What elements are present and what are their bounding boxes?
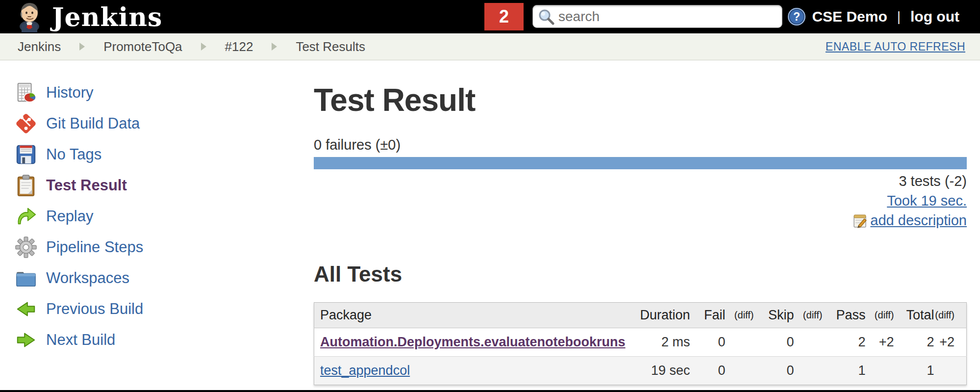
top-bar: Jenkins 2 ? CSE Demo | log out bbox=[0, 0, 980, 33]
breadcrumb-item-job[interactable]: PromoteToQa bbox=[103, 39, 182, 54]
took-duration-link[interactable]: Took 19 sec. bbox=[887, 193, 967, 209]
sidebar-item-label: Next Build bbox=[46, 331, 115, 349]
test-results-table: Package Duration Fail (diff) Skip (diff)… bbox=[314, 302, 967, 385]
breadcrumb-item-jenkins[interactable]: Jenkins bbox=[18, 39, 61, 54]
alert-count-badge[interactable]: 2 bbox=[484, 3, 524, 30]
cell-skip-diff bbox=[794, 328, 823, 357]
sidebar-item-workspaces[interactable]: Workspaces bbox=[15, 262, 314, 293]
sidebar-item-replay[interactable]: Replay bbox=[15, 201, 314, 232]
cell-fail-diff bbox=[726, 357, 754, 385]
cell-pass: 1 bbox=[823, 357, 866, 385]
main-panel: Test Result 0 failures (±0) 3 tests (-2)… bbox=[314, 60, 980, 385]
app-title[interactable]: Jenkins bbox=[52, 1, 162, 32]
test-result-bar bbox=[314, 157, 967, 169]
save-icon bbox=[15, 143, 37, 166]
account-divider: | bbox=[897, 9, 901, 25]
cell-total: 1 bbox=[894, 357, 934, 385]
chevron-right-icon bbox=[79, 43, 85, 51]
failures-summary: 0 failures (±0) bbox=[314, 137, 967, 153]
sidebar-item-label: History bbox=[46, 84, 93, 102]
clipboard-icon bbox=[15, 174, 37, 197]
search-box[interactable] bbox=[532, 5, 782, 28]
cell-skip-diff bbox=[794, 357, 823, 385]
arrow-left-icon bbox=[15, 298, 37, 320]
cell-duration: 19 sec bbox=[634, 357, 690, 385]
logout-link[interactable]: log out bbox=[910, 8, 959, 25]
package-link[interactable]: test_appendcol bbox=[320, 363, 410, 378]
search-icon bbox=[538, 8, 554, 25]
replay-icon bbox=[15, 205, 37, 228]
column-header-fail-diff[interactable]: (diff) bbox=[726, 303, 754, 328]
cell-total-diff: +2 bbox=[934, 328, 967, 357]
column-header-skip-diff[interactable]: (diff) bbox=[794, 303, 823, 328]
breadcrumb: Jenkins PromoteToQa #122 Test Results bbox=[18, 39, 365, 54]
jenkins-window: Jenkins 2 ? CSE Demo | log out Jenkins P… bbox=[0, 0, 980, 392]
add-description-label: add description bbox=[870, 212, 967, 229]
svg-text:?: ? bbox=[793, 10, 800, 23]
sidebar-item-git-build-data[interactable]: Git Build Data bbox=[15, 108, 314, 139]
sidebar-item-label: Workspaces bbox=[46, 269, 129, 287]
sidebar-item-label: Git Build Data bbox=[46, 115, 140, 132]
screen-bottom-edge bbox=[0, 390, 980, 392]
cell-total-diff bbox=[934, 357, 967, 385]
column-header-fail[interactable]: Fail bbox=[690, 303, 726, 328]
sidebar-item-pipeline-steps[interactable]: Pipeline Steps bbox=[15, 232, 314, 262]
jenkins-butler-logo[interactable] bbox=[16, 2, 43, 32]
sidebar-item-label: Replay bbox=[46, 208, 94, 225]
help-icon[interactable]: ? bbox=[787, 7, 806, 26]
chevron-right-icon bbox=[272, 43, 277, 51]
tests-count: 3 tests (-2) bbox=[899, 173, 967, 189]
table-row: Automation.Deployments.evaluatenotebookr… bbox=[314, 328, 967, 357]
column-header-duration[interactable]: Duration bbox=[634, 303, 690, 328]
package-link[interactable]: Automation.Deployments.evaluatenotebookr… bbox=[320, 335, 626, 349]
cell-duration: 2 ms bbox=[634, 328, 690, 357]
arrow-right-icon bbox=[15, 329, 37, 351]
cell-fail: 0 bbox=[690, 357, 726, 385]
sidebar-item-label: Pipeline Steps bbox=[46, 238, 143, 256]
sidebar-item-no-tags[interactable]: No Tags bbox=[15, 139, 314, 170]
table-header-row: Package Duration Fail (diff) Skip (diff)… bbox=[314, 303, 967, 328]
table-row: test_appendcol 19 sec 0 0 1 1 bbox=[314, 357, 967, 385]
sidebar-item-next-build[interactable]: Next Build bbox=[15, 324, 314, 355]
breadcrumb-bar: Jenkins PromoteToQa #122 Test Results EN… bbox=[0, 33, 980, 60]
folder-icon bbox=[15, 267, 37, 289]
git-icon bbox=[15, 112, 37, 135]
user-link[interactable]: CSE Demo bbox=[812, 8, 887, 25]
sidebar-item-history[interactable]: History bbox=[15, 77, 314, 108]
history-icon bbox=[15, 81, 37, 104]
column-header-total-diff[interactable]: (diff) bbox=[934, 303, 967, 328]
column-header-skip[interactable]: Skip bbox=[754, 303, 794, 328]
cell-fail-diff bbox=[726, 328, 754, 357]
cell-skip: 0 bbox=[754, 328, 794, 357]
column-header-package[interactable]: Package bbox=[314, 303, 634, 328]
cell-pass-diff bbox=[866, 357, 894, 385]
side-panel: History Git Build Data bbox=[0, 60, 314, 385]
sidebar-item-test-result[interactable]: Test Result bbox=[15, 170, 314, 201]
breadcrumb-item-build[interactable]: #122 bbox=[225, 39, 253, 54]
sidebar-item-label: Test Result bbox=[46, 177, 127, 194]
search-input[interactable] bbox=[558, 9, 777, 25]
sidebar-item-previous-build[interactable]: Previous Build bbox=[15, 293, 314, 324]
gear-icon bbox=[15, 236, 37, 259]
edit-description-icon bbox=[853, 213, 868, 229]
sidebar-item-label: No Tags bbox=[46, 146, 101, 163]
cell-pass: 2 bbox=[823, 328, 866, 357]
column-header-pass-diff[interactable]: (diff) bbox=[866, 303, 894, 328]
cell-skip: 0 bbox=[754, 357, 794, 385]
cell-total: 2 bbox=[894, 328, 934, 357]
cell-pass-diff: +2 bbox=[866, 328, 894, 357]
cell-fail: 0 bbox=[690, 328, 726, 357]
all-tests-heading: All Tests bbox=[314, 262, 967, 287]
add-description-link[interactable]: add description bbox=[853, 212, 967, 229]
chevron-right-icon bbox=[201, 43, 206, 51]
enable-auto-refresh-link[interactable]: ENABLE AUTO REFRESH bbox=[826, 33, 965, 60]
column-header-pass[interactable]: Pass bbox=[823, 303, 866, 328]
page-title: Test Result bbox=[314, 82, 967, 118]
sidebar-item-label: Previous Build bbox=[46, 300, 143, 318]
breadcrumb-item-test-results[interactable]: Test Results bbox=[296, 39, 365, 54]
column-header-total[interactable]: Total bbox=[894, 303, 934, 328]
account-area: CSE Demo | log out bbox=[812, 0, 959, 33]
